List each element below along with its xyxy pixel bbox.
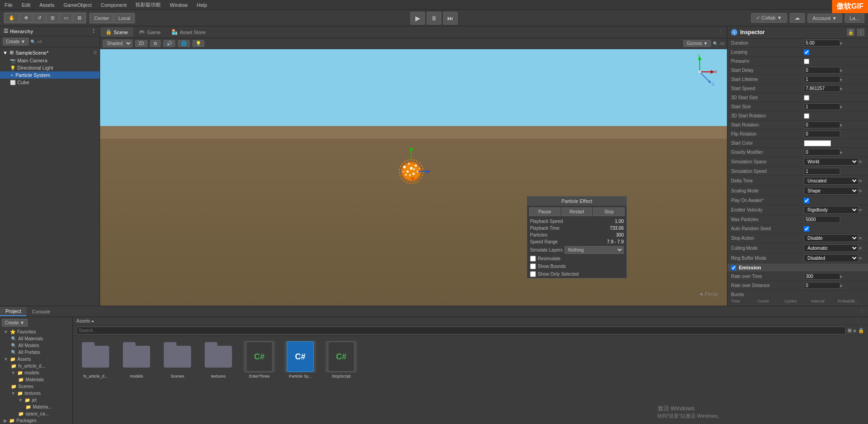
proj-item-materials[interactable]: 📁 Materials — [2, 376, 71, 383]
scaling-mode-arrow[interactable]: ≑ — [858, 188, 862, 193]
stop-action-arrow[interactable]: ≑ — [858, 236, 862, 241]
stop-popup-btn[interactable]: Stop — [593, 207, 625, 216]
start-lifetime-arrow[interactable]: ▸ — [840, 77, 843, 82]
proj-lock-btn[interactable]: 🔒 — [858, 328, 864, 333]
move-tool-btn[interactable]: ✥ — [20, 13, 32, 23]
transform-tool-btn[interactable]: ⊠ — [73, 13, 86, 23]
proj-list-btn[interactable]: ≡ — [853, 328, 856, 333]
collab-btn[interactable]: ✓ Collab ▼ — [751, 13, 787, 23]
hierarchy-create-btn[interactable]: Create ▼ — [3, 38, 29, 45]
proj-search-input[interactable] — [76, 327, 846, 334]
asset-particle-sy[interactable]: C# Particle Sy... — [282, 341, 318, 379]
start-size-input[interactable] — [804, 103, 840, 110]
restart-popup-btn[interactable]: Restart — [561, 207, 593, 216]
culling-mode-select[interactable]: Automatic — [804, 244, 858, 252]
emission-section-header[interactable]: Emission — [727, 263, 868, 272]
proj-icons-btn[interactable]: ⊞ — [848, 328, 852, 333]
proj-item-all-materials[interactable]: 🔍 All Materials — [2, 335, 71, 342]
menu-edit[interactable]: Edit — [20, 1, 32, 9]
proj-item-packages[interactable]: ▶ 📁 Packages — [2, 417, 71, 424]
ring-buffer-mode-select[interactable]: Disabled — [804, 254, 858, 262]
2d-btn[interactable]: 2D — [135, 40, 147, 47]
asset-enter-three[interactable]: C# EnterThree — [241, 341, 278, 379]
3d-start-size-checkbox[interactable] — [804, 95, 809, 101]
audio-btn[interactable]: 🔊 — [163, 40, 175, 47]
asset-textures[interactable]: textures — [200, 341, 237, 379]
duration-input[interactable] — [804, 40, 840, 46]
gizmos-btn[interactable]: Gizmos ▼ — [683, 40, 711, 47]
gravity-modifier-arrow[interactable]: ▸ — [840, 150, 843, 155]
hierarchy-item-cube[interactable]: ⬜ Cube — [0, 79, 100, 86]
center-btn[interactable]: Center — [90, 14, 113, 23]
inspector-menu-btn[interactable]: ⋮ — [857, 29, 864, 36]
proj-item-jet[interactable]: ▼ 📁 jet — [2, 397, 71, 404]
sim-space-arrow[interactable]: ≑ — [858, 159, 862, 164]
show-bounds-checkbox[interactable] — [530, 263, 536, 269]
menu-window[interactable]: Window — [168, 1, 189, 9]
scale-tool-btn[interactable]: ⊞ — [46, 13, 59, 23]
ring-buffer-mode-arrow[interactable]: ≑ — [858, 256, 862, 261]
simulation-space-select[interactable]: WorldLocal — [804, 158, 858, 166]
scene-root[interactable]: ▼ ⊞ SampleScene* ☰ — [0, 48, 100, 57]
rotate-tool-btn[interactable]: ↺ — [33, 13, 45, 23]
start-delay-arrow[interactable]: ▸ — [840, 68, 843, 73]
tab-scene[interactable]: 🔒 Scene — [100, 27, 133, 37]
start-rotation-input[interactable] — [804, 121, 840, 128]
asset-stop-script[interactable]: C# StopScript — [323, 341, 359, 379]
cloud-btn[interactable]: ☁ — [790, 13, 805, 23]
scaling-mode-select[interactable]: ShapeLocalHierarchy — [804, 187, 858, 195]
proj-item-favorites[interactable]: ▼ ⭐ Favorites — [2, 328, 71, 335]
viewport[interactable]: Y X Z ◄ Persp — [100, 49, 727, 306]
fx-btn[interactable]: ⚙ — [150, 40, 161, 47]
asset-fx-article[interactable]: fx_article_d... — [77, 341, 114, 379]
bottom-panel-menu[interactable]: ⋮ — [856, 308, 868, 314]
menu-help[interactable]: Help — [195, 1, 209, 9]
proj-item-textures[interactable]: ▼ 📁 textures — [2, 390, 71, 397]
inspector-lock-btn[interactable]: 🔒 — [847, 29, 854, 36]
proj-item-scenes[interactable]: 📁 Scenes — [2, 383, 71, 390]
start-speed-arrow[interactable]: ▸ — [840, 86, 843, 91]
flip-rotation-input[interactable] — [804, 131, 840, 137]
start-speed-input[interactable] — [804, 85, 840, 92]
play-btn[interactable]: ▶ — [410, 12, 425, 25]
max-particles-input[interactable] — [804, 216, 840, 223]
duration-arrow[interactable]: ▸ — [840, 40, 843, 45]
resimulate-checkbox[interactable] — [530, 256, 536, 262]
layers-btn[interactable]: La... — [845, 14, 864, 23]
stop-action-select[interactable]: DisableDestroyPause — [804, 234, 858, 242]
3d-start-rotation-checkbox[interactable] — [804, 113, 809, 119]
tab-project[interactable]: Project — [0, 307, 26, 316]
shading-select[interactable]: Shaded — [103, 40, 132, 47]
emitter-velocity-arrow[interactable]: ≑ — [858, 207, 862, 212]
menu-file[interactable]: File — [3, 1, 15, 9]
hierarchy-menu-btn[interactable]: ⋮ — [91, 28, 96, 34]
tab-console[interactable]: Console — [26, 308, 56, 316]
start-delay-input[interactable] — [804, 67, 840, 74]
simulation-speed-input[interactable] — [804, 168, 840, 175]
light-btn[interactable]: 💡 — [192, 40, 204, 47]
emitter-velocity-select[interactable]: RigidbodyTransform — [804, 206, 858, 214]
account-btn[interactable]: Account ▼ — [807, 14, 842, 23]
pause-popup-btn[interactable]: Pause — [529, 207, 560, 216]
rate-over-time-input[interactable] — [804, 273, 840, 280]
auto-random-seed-checkbox[interactable] — [804, 226, 809, 232]
step-btn[interactable]: ⏭ — [443, 12, 458, 25]
simulate-layers-select[interactable]: Nothing — [565, 246, 624, 254]
emission-checkbox[interactable] — [731, 265, 736, 270]
hand-tool-btn[interactable]: ✋ — [5, 13, 19, 23]
asset-scenes[interactable]: Scenes — [159, 341, 196, 379]
rect-tool-btn[interactable]: ▭ — [60, 13, 72, 23]
play-on-awake-checkbox[interactable] — [804, 198, 809, 203]
menu-assets[interactable]: Assets — [38, 1, 56, 9]
proj-item-fx-article[interactable]: 📁 fx_article_d... — [2, 363, 71, 369]
gravity-modifier-input[interactable] — [804, 149, 840, 156]
prewarm-checkbox[interactable] — [804, 59, 809, 64]
skybox-btn[interactable]: 🌐 — [178, 40, 190, 47]
local-btn[interactable]: Local — [114, 14, 134, 23]
menu-component[interactable]: Component — [99, 1, 128, 9]
delta-time-arrow[interactable]: ≑ — [858, 178, 862, 183]
proj-item-assets[interactable]: ▼ 📁 Assets — [2, 356, 71, 363]
tab-game[interactable]: 🎮 Game — [133, 27, 166, 37]
proj-item-materia[interactable]: 📁 Materia... — [2, 404, 71, 410]
pause-btn[interactable]: ⏸ — [427, 12, 441, 25]
